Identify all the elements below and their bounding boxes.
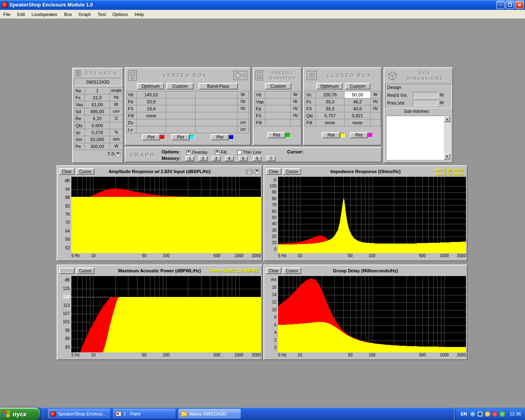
param-value[interactable] bbox=[137, 126, 166, 133]
param-value[interactable]: 19,4 bbox=[137, 105, 166, 112]
sub-volumes-listbox[interactable]: ▲ ▼ bbox=[386, 116, 451, 160]
ts-checkbox[interactable] bbox=[116, 152, 120, 157]
cursor-button[interactable]: Cursor bbox=[76, 267, 94, 274]
clear-button[interactable]: Clear bbox=[59, 168, 75, 175]
param-value[interactable] bbox=[265, 98, 291, 105]
param-value[interactable]: 0,707 bbox=[316, 112, 345, 119]
plot-button-vented-bandpass[interactable]: Plot bbox=[211, 134, 229, 140]
param-value[interactable]: 61,00 bbox=[85, 101, 110, 108]
vented-custom-button[interactable]: Custom bbox=[167, 83, 194, 89]
plot-button-vented-optimum[interactable]: Plot bbox=[142, 134, 160, 140]
menu-box[interactable]: Box bbox=[61, 10, 75, 18]
param-value[interactable]: 52,000 bbox=[85, 136, 110, 143]
speaker-model[interactable]: SWS1243D bbox=[74, 78, 122, 86]
start-button[interactable]: пуск bbox=[0, 408, 40, 420]
plot-button-closed-optimum[interactable]: Plot bbox=[322, 132, 340, 138]
reqd-volume-field[interactable] bbox=[413, 92, 438, 98]
task-button-alpina-folder[interactable]: Alpina SWS1243D bbox=[178, 409, 241, 419]
param-value[interactable] bbox=[265, 119, 291, 126]
passive-custom-button[interactable]: Custom bbox=[265, 83, 291, 89]
scroll-up-button[interactable]: ▲ bbox=[444, 116, 450, 122]
memory-button-1[interactable]: 1 bbox=[185, 156, 194, 161]
pres-volume-field[interactable] bbox=[413, 100, 438, 106]
vented-optimum-button[interactable]: Optimum bbox=[137, 83, 164, 89]
task-button-speakershop[interactable]: SpeakerShop Enclosu... bbox=[48, 409, 110, 419]
app-icon[interactable] bbox=[2, 2, 8, 8]
param-value[interactable]: none bbox=[137, 112, 166, 119]
cursor-button[interactable]: Cursor bbox=[283, 168, 301, 175]
param-value[interactable] bbox=[196, 91, 237, 98]
param-value[interactable]: none bbox=[345, 119, 371, 126]
title-bar[interactable]: SpeakerShop Enclosure Module 1.0 ─ ❐ ✕ bbox=[0, 0, 525, 10]
param-value[interactable]: 145,52 bbox=[137, 91, 166, 98]
param-value[interactable]: 6,20 bbox=[85, 115, 110, 122]
param-value[interactable]: 20,9 bbox=[137, 98, 166, 105]
plot-button-passive[interactable]: Plot bbox=[267, 132, 285, 138]
param-value[interactable]: 1 bbox=[85, 87, 110, 94]
menu-file[interactable]: File bbox=[0, 10, 14, 18]
listbox-scrollbar[interactable]: ▲ ▼ bbox=[444, 116, 450, 160]
tray-icon-language-bar[interactable] bbox=[470, 411, 475, 417]
print-checkbox[interactable] bbox=[255, 169, 259, 174]
param-value[interactable] bbox=[166, 98, 196, 105]
menu-loudspeaker[interactable]: Loudspeaker bbox=[28, 10, 61, 18]
menu-graph[interactable]: Graph bbox=[75, 10, 94, 18]
tray-icon-volume[interactable] bbox=[485, 411, 490, 417]
closed-optimum-button[interactable]: Optimum bbox=[316, 83, 342, 89]
param-value[interactable] bbox=[265, 105, 291, 112]
menu-test[interactable]: Test bbox=[94, 10, 109, 18]
param-value[interactable] bbox=[166, 91, 196, 98]
param-value[interactable] bbox=[196, 126, 237, 133]
tray-icon-antivirus[interactable] bbox=[492, 411, 498, 417]
param-value[interactable]: 46,2 bbox=[345, 98, 371, 105]
memory-button-4[interactable]: 4 bbox=[225, 156, 234, 161]
menu-edit[interactable]: Edit bbox=[14, 10, 28, 18]
memory-button-5[interactable]: 5 bbox=[239, 156, 248, 161]
memory-button-6[interactable]: 6 bbox=[253, 156, 262, 161]
param-value[interactable] bbox=[196, 98, 237, 105]
plot-area[interactable] bbox=[71, 276, 261, 352]
plot-area[interactable] bbox=[278, 276, 466, 352]
memory-button-3[interactable]: 3 bbox=[212, 156, 221, 161]
param-value[interactable]: 0,600 bbox=[85, 122, 110, 129]
param-value[interactable]: 40,6 bbox=[345, 105, 371, 112]
param-value[interactable] bbox=[166, 119, 196, 126]
scroll-down-button[interactable]: ▼ bbox=[444, 153, 450, 160]
close-button[interactable]: ✕ bbox=[515, 1, 524, 9]
overlay-checkbox[interactable] bbox=[186, 150, 191, 155]
param-value[interactable] bbox=[137, 119, 166, 126]
param-value[interactable]: 495,00 bbox=[85, 108, 110, 115]
param-value[interactable] bbox=[166, 105, 196, 112]
menu-options[interactable]: Options bbox=[109, 10, 131, 18]
clear-button[interactable]: Clear bbox=[266, 267, 281, 274]
clear-button[interactable]: Clear bbox=[266, 168, 281, 175]
printer-icon[interactable] bbox=[246, 169, 253, 174]
minimize-button[interactable]: ─ bbox=[496, 1, 505, 9]
plot-button-closed-custom[interactable]: Plot bbox=[350, 132, 368, 138]
plot-area[interactable] bbox=[71, 177, 261, 253]
param-value[interactable] bbox=[196, 105, 237, 112]
memory-button-7[interactable]: 7 bbox=[267, 156, 276, 161]
thin-line-checkbox[interactable] bbox=[237, 150, 242, 155]
task-button-paint[interactable]: 1 - Paint bbox=[113, 409, 176, 419]
cursor-button[interactable]: Cursor bbox=[283, 267, 301, 274]
param-value[interactable] bbox=[166, 112, 196, 119]
clear-button[interactable]: Clear bbox=[59, 267, 75, 274]
plot-area[interactable] bbox=[278, 177, 466, 253]
param-value[interactable]: 39,3 bbox=[316, 98, 345, 105]
maximize-button[interactable]: ❐ bbox=[506, 1, 514, 9]
fill-checkbox[interactable] bbox=[215, 150, 219, 155]
param-value[interactable]: 0,278 bbox=[85, 129, 110, 136]
closed-custom-button[interactable]: Custom bbox=[345, 83, 370, 89]
param-value[interactable] bbox=[196, 112, 237, 119]
tray-icon-update[interactable] bbox=[500, 411, 505, 417]
param-value[interactable] bbox=[265, 91, 291, 98]
tray-icon-display[interactable] bbox=[477, 411, 483, 417]
vented-bandpass-button[interactable]: Band-Pass bbox=[199, 83, 238, 89]
param-value[interactable]: 50,00 bbox=[345, 91, 371, 98]
param-value[interactable] bbox=[196, 119, 237, 126]
cursor-button[interactable]: Cursor bbox=[76, 168, 94, 175]
param-value[interactable]: 300,00 bbox=[85, 143, 110, 150]
memory-button-2[interactable]: 2 bbox=[199, 156, 208, 161]
param-value[interactable]: 39,3 bbox=[316, 105, 345, 112]
